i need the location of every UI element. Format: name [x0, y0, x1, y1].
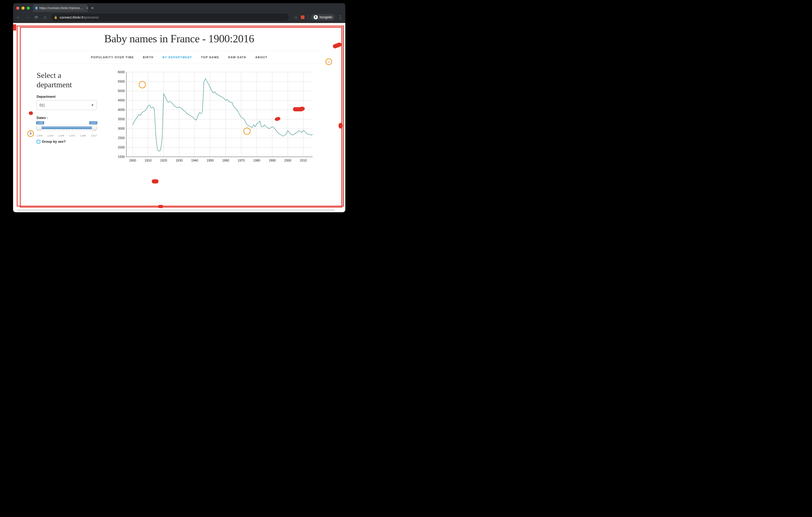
svg-text:1940: 1940: [191, 159, 198, 162]
svg-text:1970: 1970: [238, 159, 245, 162]
svg-text:5500: 5500: [118, 80, 125, 83]
lock-icon: 🔒: [54, 16, 58, 19]
nav-tab-raw-data[interactable]: Raw data: [228, 56, 246, 59]
reload-button[interactable]: ⟳: [33, 15, 39, 20]
incognito-badge[interactable]: Incognito: [311, 14, 335, 20]
chart: 1500200025003000350040004500500055006000…: [107, 70, 322, 165]
window-close-button[interactable]: [16, 6, 19, 10]
traffic-lights: [16, 6, 30, 10]
chevron-down-icon: ▼: [91, 103, 94, 107]
slider-ticks: [38, 130, 96, 131]
close-tab-button[interactable]: ×: [86, 6, 88, 10]
incognito-label: Incognito: [319, 16, 332, 19]
svg-text:3000: 3000: [118, 127, 125, 130]
url-path: /prenoms/: [84, 16, 99, 19]
slider-tick-label: 2,017: [91, 134, 97, 137]
incognito-icon: [314, 15, 318, 19]
browser-tab[interactable]: R https://connect.thinkr.fr/preno… ×: [33, 4, 88, 12]
svg-text:1920: 1920: [160, 159, 167, 162]
svg-text:4500: 4500: [118, 98, 125, 102]
forward-button[interactable]: →: [25, 15, 30, 20]
dept-select[interactable]: 01 ▼: [37, 100, 97, 110]
slider-tick-label: 1,996: [80, 134, 86, 137]
dates-slider[interactable]: 1,900 2,017: [37, 122, 97, 133]
svg-text:1930: 1930: [176, 159, 182, 162]
nav-tab-popularity-over-time[interactable]: Popularity over time: [91, 56, 134, 59]
slider-max-bubble: 2,017: [89, 121, 97, 124]
slider-track[interactable]: [38, 126, 95, 129]
svg-text:2000: 2000: [118, 146, 125, 149]
slider-tick-label: 1,900: [37, 134, 42, 137]
checkbox-label: Group by sex?: [42, 140, 66, 144]
tab-title: https://connect.thinkr.fr/preno…: [39, 6, 83, 10]
chart-series-line: [133, 79, 313, 151]
url-domain: connect.thinkr.fr: [60, 16, 84, 19]
svg-text:6000: 6000: [118, 70, 125, 74]
address-bar-row: ← → ⟳ ⌂ 🔒 connect.thinkr.fr/prenoms/ ☆ I…: [13, 13, 345, 23]
nav-tab-birth[interactable]: Birth: [143, 56, 153, 59]
page-viewport: Baby names in France - 1900:2016 Popular…: [13, 23, 345, 212]
slider-tick-label: 1,924: [47, 134, 53, 137]
scrollbar-vertical[interactable]: [342, 25, 344, 207]
slider-min-bubble: 1,900: [36, 121, 44, 124]
nav-tabs: Popularity over timeBirthBy departmentTo…: [37, 51, 322, 64]
home-button[interactable]: ⌂: [42, 15, 48, 20]
svg-text:1960: 1960: [222, 159, 229, 162]
svg-text:1950: 1950: [207, 159, 214, 162]
back-button[interactable]: ←: [16, 15, 21, 20]
sidebar-heading: Select a department: [37, 70, 97, 89]
svg-text:2010: 2010: [300, 159, 307, 162]
window-zoom-button[interactable]: [27, 6, 30, 10]
svg-text:4000: 4000: [118, 108, 125, 112]
favicon-icon: R: [36, 6, 37, 10]
bookmark-button[interactable]: ☆: [294, 15, 298, 20]
page-title: Baby names in France - 1900:2016: [37, 32, 322, 45]
svg-text:5000: 5000: [118, 89, 125, 93]
address-bar[interactable]: 🔒 connect.thinkr.fr/prenoms/: [51, 13, 289, 21]
group-by-sex-checkbox[interactable]: Group by sex?: [37, 140, 97, 144]
svg-text:2500: 2500: [118, 136, 125, 140]
slider-tick-label: 1,948: [58, 134, 64, 137]
nav-tab-about[interactable]: About: [255, 56, 268, 59]
nav-tab-top-name[interactable]: Top name: [201, 56, 219, 59]
svg-text:3500: 3500: [118, 117, 125, 121]
browser-window: R https://connect.thinkr.fr/preno… × + ←…: [13, 3, 345, 212]
nav-tab-by-department[interactable]: By department: [163, 56, 192, 59]
svg-text:1980: 1980: [253, 159, 260, 162]
scrollbar-horizontal[interactable]: [17, 209, 335, 211]
svg-text:1910: 1910: [145, 159, 152, 162]
checkbox-icon[interactable]: [37, 140, 40, 144]
svg-text:1900: 1900: [129, 159, 136, 162]
svg-text:1500: 1500: [118, 155, 125, 159]
dates-label: Dates :: [37, 116, 97, 120]
dept-label: Department: [37, 95, 97, 98]
sidebar: Select a department Department 01 ▼ Date…: [37, 70, 97, 165]
browser-menu-button[interactable]: ⋮: [338, 14, 343, 20]
slider-tick-labels: 1,9001,9241,9481,9721,9962,017: [37, 134, 97, 137]
titlebar: R https://connect.thinkr.fr/preno… × +: [13, 3, 345, 13]
svg-text:1990: 1990: [269, 159, 276, 162]
new-tab-button[interactable]: +: [91, 5, 94, 11]
window-minimize-button[interactable]: [22, 6, 25, 10]
extension-icon[interactable]: [301, 16, 304, 19]
slider-tick-label: 1,972: [69, 134, 75, 137]
svg-text:2000: 2000: [284, 159, 291, 162]
dept-value: 01: [39, 103, 44, 107]
